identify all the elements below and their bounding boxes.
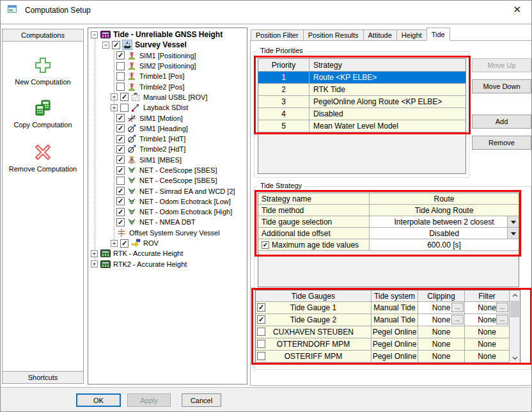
tree-item[interactable]: ✓NET - Odom Echotrack [Low] (88, 196, 247, 207)
remove-computation-button[interactable]: Remove Computation (3, 143, 83, 173)
strategy-row[interactable]: Tide methodTide Along Route (258, 205, 519, 216)
scrollbar[interactable] (509, 290, 520, 363)
tree-item[interactable]: ✓Trimble1 [HdT] (88, 134, 247, 144)
tab-tide[interactable]: Tide (426, 28, 450, 41)
tree-item[interactable]: +RTK - Accurate Height (88, 248, 247, 258)
dropdown-arrow-icon[interactable] (507, 216, 519, 227)
tree-item[interactable]: ✓SIM1 [MBES] (88, 155, 247, 165)
tree-item[interactable]: ✓NET - NMEA DBT (88, 217, 247, 227)
tree-item[interactable]: ✓SIM1 [Positioning] (88, 51, 247, 61)
tree-expander[interactable]: + (111, 93, 118, 100)
tree-checkbox[interactable] (116, 72, 125, 81)
tab-attitude[interactable]: Attitude (363, 29, 397, 41)
gauge-filter-cell[interactable]: None... (465, 314, 509, 326)
tree-item[interactable]: ✓Trimble2 [HdT] (88, 144, 247, 154)
gauge-filter-cell[interactable]: None (465, 326, 509, 338)
tree-item[interactable]: ✓SIM1 [Heading] (88, 123, 247, 134)
gauge-row[interactable]: ✓Tide Gauge 1Manual TideNone...None... (256, 302, 509, 314)
tree-item[interactable]: Offset System Survey Vessel (88, 228, 247, 238)
scroll-thumb[interactable] (510, 301, 519, 317)
strategy-row[interactable]: ✓Maximum age tide values600.00 [s] (258, 239, 519, 251)
tree-item[interactable]: Trimble2 [Pos] (88, 81, 247, 91)
priority-row[interactable]: 5Mean Water Level Model (258, 120, 465, 132)
gauge-row[interactable]: ✓Tide Gauge 2Manual TideNone...None... (256, 314, 509, 326)
gauge-clipping-cell[interactable]: None (418, 338, 465, 350)
tree-item[interactable]: SIM2 [Positioning] (88, 61, 247, 71)
tree-item[interactable]: −✓Survey Vessel (88, 40, 247, 50)
strategy-row-value[interactable]: Disabled (370, 228, 519, 239)
tree-item[interactable]: −Tide - Unreliable GNSS Height (88, 29, 247, 40)
strategy-row[interactable]: Tide gauge selectionInterpolate between … (258, 216, 519, 228)
tree-checkbox[interactable]: ✓ (116, 145, 125, 154)
strategy-row-value[interactable]: Tide Along Route (370, 205, 519, 216)
tree-checkbox[interactable]: ✓ (116, 124, 125, 132)
ok-button[interactable]: OK (76, 393, 121, 407)
tab-height[interactable]: Height (396, 29, 427, 41)
move-down-button[interactable]: Move Down (472, 79, 531, 93)
scroll-down-icon[interactable] (510, 353, 520, 363)
tab-position-filter[interactable]: Position Filter (251, 29, 304, 41)
tree-expander[interactable]: + (91, 250, 98, 257)
tree-checkbox[interactable] (116, 177, 125, 185)
gauge-filter-cell[interactable]: None (465, 338, 509, 350)
gauge-row[interactable]: OTTERNDORF MPMPegel OnlineNoneNone (256, 338, 509, 351)
tree-checkbox[interactable]: ✓ (116, 208, 125, 216)
gauge-clipping-cell[interactable]: None (418, 351, 465, 362)
strategy-row-value[interactable]: 600.00 [s] (370, 239, 519, 250)
tree-checkbox[interactable]: ✓ (116, 218, 125, 226)
tree-checkbox[interactable]: ✓ (116, 197, 125, 205)
tree-checkbox[interactable]: ✓ (116, 114, 125, 122)
add-button[interactable]: Add (472, 115, 531, 129)
priority-row[interactable]: 3PegelOnline Along Route <KP ELBE> (258, 96, 465, 108)
tree-checkbox[interactable]: ✓ (120, 239, 129, 248)
tree-item[interactable]: +✓Manual USBL [ROV] (88, 92, 247, 102)
gauge-filter-cell[interactable]: None... (465, 302, 509, 313)
tree-checkbox[interactable]: ✓ (116, 155, 125, 164)
gauge-filter-cell[interactable]: None (465, 351, 509, 362)
tree-checkbox[interactable]: ✓ (116, 135, 125, 143)
strategy-row[interactable]: Strategy nameRoute (258, 193, 519, 205)
tree-item[interactable]: NET - CeeScope [SBES] (88, 175, 247, 186)
tree-expander[interactable]: + (91, 260, 98, 267)
filter-ellipsis-button[interactable]: ... (496, 303, 508, 312)
strategy-row-value[interactable]: Route (370, 193, 519, 204)
tree-expander[interactable]: − (91, 31, 98, 38)
tree-expander[interactable]: − (102, 42, 109, 49)
priority-row[interactable]: 4Disabled (258, 108, 465, 120)
cancel-button[interactable]: Cancel (182, 393, 221, 407)
tree-item[interactable]: Trimble1 [Pos] (88, 71, 247, 81)
gauge-clipping-cell[interactable]: None (418, 326, 465, 338)
clipping-ellipsis-button[interactable]: ... (451, 315, 464, 324)
tree-item[interactable]: +✓ROV (88, 238, 247, 248)
shortcuts-bar[interactable]: Shortcuts (3, 371, 83, 383)
strategy-checkbox[interactable]: ✓ (262, 241, 269, 249)
tree-item[interactable]: ✓SIM1 [Motion] (88, 113, 247, 123)
close-icon[interactable]: ✕ (513, 4, 521, 15)
filter-ellipsis-button[interactable]: ... (496, 315, 508, 324)
tree-checkbox[interactable]: ✓ (112, 41, 120, 49)
tree-checkbox[interactable] (116, 83, 125, 91)
clipping-ellipsis-button[interactable]: ... (451, 303, 464, 312)
remove-button[interactable]: Remove (472, 136, 531, 150)
tree-checkbox[interactable]: ✓ (116, 166, 125, 175)
tree-item[interactable]: +Layback SDist (88, 102, 247, 113)
tree-item[interactable]: +RTK2 - Accurate Height (88, 259, 247, 269)
tree-item[interactable]: ✓NET - Simrad EA and WCD [2] (88, 186, 247, 196)
tree-checkbox[interactable]: ✓ (120, 93, 129, 101)
gauge-row[interactable]: CUXHAVEN STEUBENPegel OnlineNoneNone (256, 326, 509, 338)
dropdown-arrow-icon[interactable] (507, 228, 519, 239)
tree-checkbox[interactable]: ✓ (116, 51, 125, 59)
gauge-checkbox[interactable] (257, 352, 265, 360)
strategy-row-value[interactable]: Interpolate between 2 closest (370, 216, 519, 227)
priority-row[interactable]: 2RTK Tide (258, 84, 465, 96)
new-computation-button[interactable]: New Computation (3, 56, 83, 86)
gauge-checkbox[interactable] (257, 328, 265, 336)
gauge-clipping-cell[interactable]: None... (418, 302, 465, 313)
tree-expander[interactable]: + (111, 240, 118, 247)
copy-computation-button[interactable]: Copy Computation (3, 99, 83, 129)
tree-checkbox[interactable]: ✓ (116, 187, 125, 195)
tree-checkbox[interactable] (116, 62, 125, 70)
tree-item[interactable]: ✓NET - CeeScope [SBES] (88, 165, 247, 175)
tab-position-results[interactable]: Position Results (303, 29, 364, 41)
gauge-checkbox[interactable]: ✓ (257, 315, 265, 324)
